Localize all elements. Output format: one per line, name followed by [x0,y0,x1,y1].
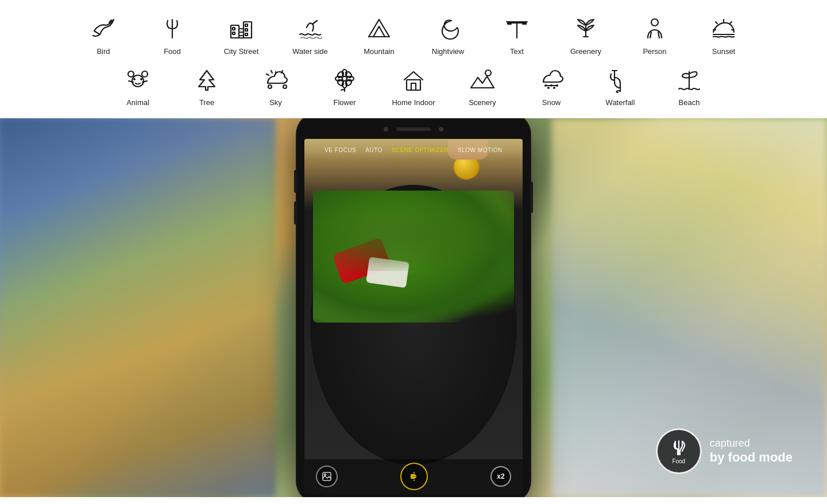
svg-point-43 [337,79,345,87]
svg-point-36 [342,76,347,81]
svg-rect-46 [407,80,420,90]
home-indoor-icon [399,65,428,95]
beach-icon [674,65,704,95]
svg-point-50 [544,84,547,87]
bird-icon [88,14,118,44]
text-icon [502,14,532,44]
home-indoor-label: Home Indoor [392,98,435,107]
power-button [530,181,533,213]
icon-item-flower: Flower [310,61,379,110]
camera-mode-bar: VE FOCUS AUTO SCENE OPTIMIZER SLOW MOTIO… [304,139,523,161]
water-side-icon [295,14,325,44]
svg-rect-5 [233,32,235,34]
scene-optimizer-icons: Bird Food City Street Water side [0,0,827,118]
svg-point-26 [133,78,136,80]
flower-label: Flower [333,98,355,107]
icon-item-sunset: Sunset [689,10,758,59]
svg-point-54 [553,87,555,89]
icon-item-nightview: Nightview [413,10,482,59]
icon-item-home-indoor: Home Indoor [379,61,448,110]
svg-point-41 [337,71,345,79]
earpiece [396,127,431,131]
tree-label: Tree [199,98,214,107]
svg-point-23 [132,75,144,87]
phone-top-bar [304,121,523,138]
food-mode-badge: Food captured by food mode [656,428,793,474]
front-camera [384,127,388,131]
svg-point-53 [547,87,550,89]
svg-point-44 [345,79,353,87]
gallery-button[interactable] [316,466,338,487]
icon-item-mountain: Mountain [345,10,413,59]
icon-item-greenery: Greenery [551,10,620,59]
city-street-label: City Street [224,47,259,56]
food-photo-section: VE FOCUS AUTO SCENE OPTIMIZER SLOW MOTIO… [0,118,827,497]
icon-item-beach: Beach [655,61,724,110]
sunset-label: Sunset [712,47,735,56]
mode-live-focus[interactable]: VE FOCUS [324,147,356,153]
sky-label: Sky [269,98,282,107]
badge-line2: by food mode [710,450,793,465]
city-street-icon [226,14,256,44]
mode-slow-motion[interactable]: SLOW MOTION [458,147,503,153]
icon-item-city-street: City Street [207,10,276,59]
mode-scene-optimizer[interactable]: SCENE OPTIMIZER [392,147,449,153]
person-icon [640,14,670,44]
svg-point-51 [550,84,552,87]
waterfall-icon [605,65,635,95]
scenery-label: Scenery [469,98,496,107]
icons-row-2: Animal Tree Sky Flower H [103,61,724,110]
icon-item-scenery: Scenery [448,61,517,110]
shutter-button[interactable] [400,463,428,490]
volume-up-button [294,170,297,193]
mountain-label: Mountain [364,47,394,56]
svg-line-20 [730,22,732,24]
icon-item-animal: Animal [103,61,172,110]
icon-item-waterfall: Waterfall [586,61,655,110]
zoom-button[interactable]: x2 [490,466,511,487]
food-badge-label: Food [672,458,685,464]
food-icon [157,14,187,44]
sunset-icon [709,14,739,44]
food-badge-text: captured by food mode [710,437,793,465]
phone-screen: VE FOCUS AUTO SCENE OPTIMIZER SLOW MOTIO… [304,139,523,494]
icon-item-sky: Sky [241,61,310,110]
svg-point-16 [651,19,658,26]
icon-item-tree: Tree [172,61,241,110]
svg-rect-47 [411,83,416,90]
svg-rect-4 [233,28,235,30]
camera-ui: VE FOCUS AUTO SCENE OPTIMIZER SLOW MOTIO… [304,139,523,494]
greenery-icon [571,14,601,44]
greenery-label: Greenery [570,47,601,56]
icon-item-water-side: Water side [276,10,345,59]
svg-point-24 [128,71,134,77]
sensor [439,127,443,131]
left-background [0,118,276,497]
icon-item-food: Food [138,10,207,59]
svg-line-32 [266,74,269,75]
camera-bottom-controls: x2 [304,459,523,494]
zoom-level: x2 [497,472,504,480]
person-label: Person [643,47,666,56]
svg-point-34 [283,85,287,88]
snow-label: Snow [542,98,561,107]
food-label: Food [164,47,181,56]
svg-line-31 [271,71,272,73]
svg-point-52 [556,84,558,87]
svg-rect-8 [245,33,248,36]
svg-point-42 [345,71,353,79]
badge-line1: captured [710,437,793,450]
svg-rect-6 [245,24,248,26]
mode-auto[interactable]: AUTO [365,147,382,153]
svg-point-35 [268,85,272,88]
phone-mockup: VE FOCUS AUTO SCENE OPTIMIZER SLOW MOTIO… [296,118,531,497]
water-side-label: Water side [292,47,328,56]
phone-body: VE FOCUS AUTO SCENE OPTIMIZER SLOW MOTIO… [296,118,531,497]
svg-point-27 [140,78,142,80]
svg-point-48 [485,70,491,76]
volume-down-button [294,201,297,224]
svg-line-19 [716,22,717,24]
food-fork-knife-icon [670,439,688,457]
waterfall-label: Waterfall [606,98,635,107]
animal-label: Animal [126,98,149,107]
